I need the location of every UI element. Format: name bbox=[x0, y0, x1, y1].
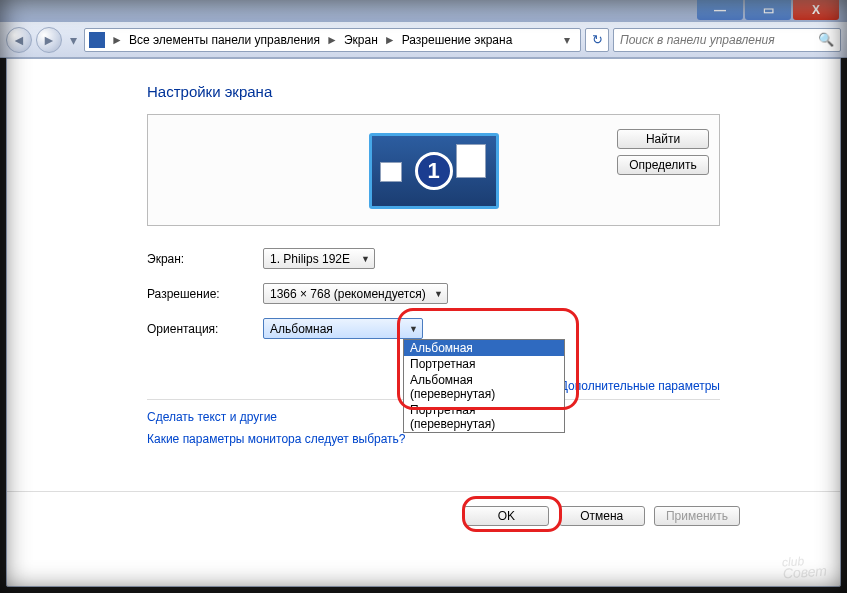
which-monitor-link[interactable]: Какие параметры монитора следует выбрать… bbox=[147, 432, 720, 446]
orientation-dropdown: Альбомная Портретная Альбомная (переверн… bbox=[403, 339, 565, 433]
resolution-label: Разрешение: bbox=[147, 287, 263, 301]
monitor-thumbnail[interactable]: 1 bbox=[369, 133, 499, 209]
page-title: Настройки экрана bbox=[147, 83, 720, 100]
history-dropdown[interactable]: ▾ bbox=[66, 30, 80, 50]
maximize-button[interactable]: ▭ bbox=[745, 0, 791, 20]
orientation-label: Ориентация: bbox=[147, 322, 263, 336]
address-bar[interactable]: ► Все элементы панели управления ► Экран… bbox=[84, 28, 581, 52]
orientation-value: Альбомная bbox=[270, 322, 333, 336]
back-button[interactable]: ◄ bbox=[6, 27, 32, 53]
watermark: club Совет bbox=[781, 541, 828, 582]
detect-button[interactable]: Определить bbox=[617, 155, 709, 175]
content-panel: Настройки экрана 1 Найти Определить Экра… bbox=[6, 58, 841, 587]
breadcrumb-item[interactable]: Разрешение экрана bbox=[402, 33, 513, 47]
screen-combo[interactable]: 1. Philips 192E ▼ bbox=[263, 248, 375, 269]
dialog-footer: OK Отмена Применить bbox=[7, 491, 840, 526]
orientation-option[interactable]: Альбомная bbox=[404, 340, 564, 356]
resolution-value: 1366 × 768 (рекомендуется) bbox=[270, 287, 426, 301]
find-button[interactable]: Найти bbox=[617, 129, 709, 149]
navigation-bar: ◄ ► ▾ ► Все элементы панели управления ►… bbox=[0, 22, 847, 58]
chevron-down-icon: ▼ bbox=[361, 254, 370, 264]
search-box[interactable]: 🔍 bbox=[613, 28, 841, 52]
search-icon[interactable]: 🔍 bbox=[818, 32, 834, 47]
address-dropdown-icon[interactable]: ▾ bbox=[558, 33, 576, 47]
apply-button: Применить bbox=[654, 506, 740, 526]
close-button[interactable]: X bbox=[793, 0, 839, 20]
mini-window-icon bbox=[456, 144, 486, 178]
breadcrumb-item[interactable]: Экран bbox=[344, 33, 378, 47]
chevron-down-icon: ▼ bbox=[434, 289, 443, 299]
resolution-combo[interactable]: 1366 × 768 (рекомендуется) ▼ bbox=[263, 283, 448, 304]
breadcrumb-sep: ► bbox=[384, 33, 396, 47]
orientation-combo[interactable]: Альбомная ▼ bbox=[263, 318, 423, 339]
window-titlebar: — ▭ X bbox=[0, 0, 847, 22]
orientation-option[interactable]: Альбомная (перевернутая) bbox=[404, 372, 564, 402]
minimize-button[interactable]: — bbox=[697, 0, 743, 20]
cancel-button[interactable]: Отмена bbox=[559, 506, 645, 526]
display-preview: 1 Найти Определить bbox=[147, 114, 720, 226]
ok-button[interactable]: OK bbox=[463, 506, 549, 526]
refresh-button[interactable]: ↻ bbox=[585, 28, 609, 52]
search-input[interactable] bbox=[620, 33, 818, 47]
breadcrumb-item[interactable]: Все элементы панели управления bbox=[129, 33, 320, 47]
display-number: 1 bbox=[415, 152, 453, 190]
orientation-option[interactable]: Портретная (перевернутая) bbox=[404, 402, 564, 432]
mini-window-icon bbox=[380, 162, 402, 182]
forward-button[interactable]: ► bbox=[36, 27, 62, 53]
breadcrumb-sep: ► bbox=[111, 33, 123, 47]
chevron-down-icon: ▼ bbox=[409, 324, 418, 334]
control-panel-icon bbox=[89, 32, 105, 48]
screen-value: 1. Philips 192E bbox=[270, 252, 350, 266]
breadcrumb-sep: ► bbox=[326, 33, 338, 47]
orientation-option[interactable]: Портретная bbox=[404, 356, 564, 372]
screen-label: Экран: bbox=[147, 252, 263, 266]
